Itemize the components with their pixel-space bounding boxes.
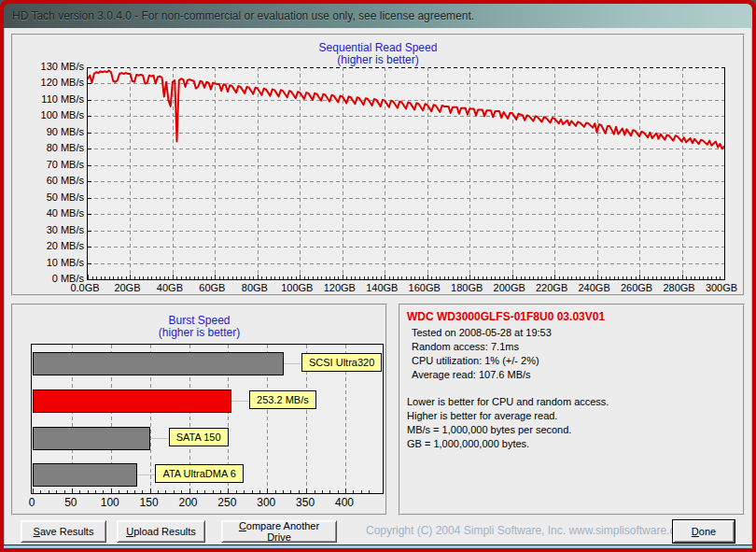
seq-y-axis-label: 10 MB/s bbox=[26, 257, 84, 268]
info-note: GB = 1,000,000,000 bytes. bbox=[407, 437, 739, 451]
burst-chart-title: Burst Speed bbox=[13, 314, 385, 327]
info-note: Lower is better for CPU and random acces… bbox=[407, 395, 739, 409]
sequential-read-line bbox=[88, 71, 724, 149]
info-spacer bbox=[407, 382, 739, 395]
seq-y-axis-label: 40 MB/s bbox=[26, 207, 84, 219]
sequential-read-chart bbox=[88, 67, 724, 279]
burst-bar bbox=[33, 352, 283, 375]
upload-results-button[interactable]: Upload Results bbox=[117, 520, 205, 543]
compare-another-drive-button[interactable]: Compare Another Drive bbox=[221, 520, 337, 543]
burst-x-axis-label: 300 bbox=[247, 496, 285, 509]
info-note: MB/s = 1,000,000 bytes per second. bbox=[407, 423, 739, 437]
info-note: Higher is better for average read. bbox=[407, 409, 739, 423]
burst-bar bbox=[33, 389, 231, 412]
sequential-chart-title: Sequential Read Speed bbox=[13, 41, 743, 54]
seq-y-axis-label: 100 MB/s bbox=[26, 109, 84, 120]
burst-bar-label: ATA UltraDMA 6 bbox=[155, 464, 243, 483]
burst-x-axis-label: 100 bbox=[91, 496, 129, 509]
seq-x-axis-label: 300GB bbox=[696, 282, 747, 293]
tested-on-line: Tested on 2008-05-28 at 19:53 bbox=[407, 326, 739, 340]
burst-x-axis-label: 0 bbox=[13, 496, 50, 509]
average-read-line: Average read: 107.6 MB/s bbox=[407, 368, 739, 382]
window-frame: HD Tach version 3.0.4.0 - For non-commer… bbox=[0, 0, 756, 552]
burst-x-axis-label: 200 bbox=[170, 496, 207, 509]
burst-bar bbox=[33, 463, 136, 486]
seq-y-axis-label: 50 MB/s bbox=[26, 191, 84, 203]
burst-x-axis-label: 400 bbox=[326, 496, 363, 509]
burst-x-axis-label: 250 bbox=[208, 496, 245, 509]
burst-bar-label: SCSI Ultra320 bbox=[301, 353, 382, 372]
seq-y-axis-label: 80 MB/s bbox=[26, 142, 84, 153]
copyright-text: Copyright (C) 2004 Simpli Software, Inc.… bbox=[366, 524, 691, 537]
done-button[interactable]: Done bbox=[673, 520, 735, 543]
sequential-read-plot bbox=[87, 67, 725, 280]
burst-x-axis-label: 50 bbox=[52, 496, 90, 509]
save-results-button[interactable]: Save Results bbox=[21, 520, 106, 543]
window-bottom-edge bbox=[4, 545, 752, 548]
burst-bar bbox=[33, 427, 150, 449]
burst-x-axis-label: 150 bbox=[131, 496, 168, 509]
seq-y-axis-label: 70 MB/s bbox=[26, 159, 84, 170]
burst-x-axis-label: 350 bbox=[287, 496, 324, 509]
seq-y-axis-label: 120 MB/s bbox=[26, 77, 84, 88]
random-access-line: Random access: 7.1ms bbox=[407, 340, 739, 354]
title-bar[interactable]: HD Tach version 3.0.4.0 - For non-commer… bbox=[4, 4, 752, 28]
seq-y-axis-label: 130 MB/s bbox=[26, 61, 84, 72]
seq-y-axis-label: 90 MB/s bbox=[26, 126, 84, 137]
drive-info-panel: WDC WD3000GLFS-01F8U0 03.03V01 Tested on… bbox=[399, 304, 745, 516]
client-area: Sequential Read Speed (higher is better)… bbox=[4, 28, 752, 545]
seq-y-axis-label: 20 MB/s bbox=[26, 240, 84, 251]
seq-y-axis-label: 110 MB/s bbox=[26, 93, 84, 105]
seq-y-axis-label: 60 MB/s bbox=[26, 175, 84, 186]
sequential-chart-subtitle: (higher is better) bbox=[13, 54, 743, 66]
drive-name: WDC WD3000GLFS-01F8U0 03.03V01 bbox=[407, 310, 739, 324]
cpu-utilization-line: CPU utilization: 1% (+/- 2%) bbox=[407, 354, 739, 368]
burst-bar-label: 253.2 MB/s bbox=[249, 390, 316, 409]
window-title: HD Tach version 3.0.4.0 - For non-commer… bbox=[12, 9, 474, 22]
seq-y-axis-label: 30 MB/s bbox=[26, 224, 84, 235]
burst-chart-subtitle: (higher is better) bbox=[13, 327, 385, 339]
burst-bar-label: SATA 150 bbox=[169, 428, 229, 446]
